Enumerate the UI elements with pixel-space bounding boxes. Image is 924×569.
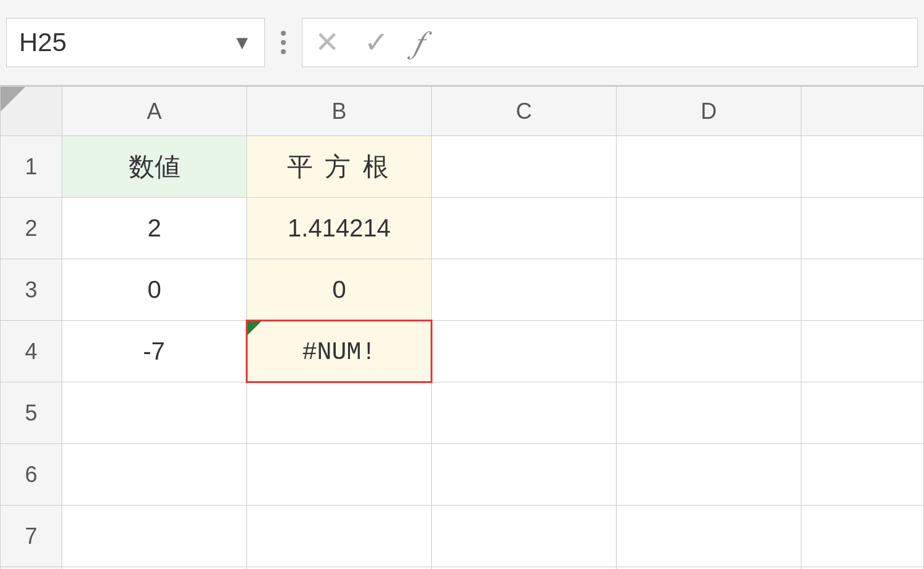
table-row: 5 [1,382,924,444]
confirm-formula-button[interactable]: ✓ [364,28,389,57]
cell-b7[interactable] [247,506,432,567]
column-header-a[interactable]: A [62,87,247,136]
column-header-d[interactable]: D [617,87,801,136]
cell-b4-selected[interactable]: #NUM! [247,321,432,382]
cell-c4[interactable] [432,321,617,382]
cell-c7[interactable] [432,506,617,567]
cell-extra-1[interactable] [801,136,924,198]
row-num-5: 5 [1,382,62,444]
formula-controls: ✕ ✓ 𝑓 [302,18,918,67]
column-header-c[interactable]: C [432,87,617,136]
cell-b6[interactable] [247,444,432,506]
cell-extra-4[interactable] [801,321,924,382]
table-row: 3 0 0 [1,259,924,321]
cell-c5[interactable] [432,382,617,444]
cell-c8[interactable] [432,567,617,570]
table-row: 2 2 1.414214 [1,198,924,259]
column-header-row: A B C D [1,87,924,136]
cell-extra-5[interactable] [801,382,924,444]
row-num-6: 6 [1,444,62,506]
row-num-1: 1 [1,136,62,198]
row-num-3: 3 [1,259,62,321]
cell-a3[interactable]: 0 [62,259,247,321]
num-error-value: #NUM! [302,339,376,366]
table-row: 7 [1,506,924,567]
cell-c2[interactable] [432,198,617,259]
cell-a4[interactable]: -7 [62,321,247,382]
row-num-7: 7 [1,506,62,567]
cell-d2[interactable] [617,198,801,259]
cell-b1[interactable]: 平 方 根 [247,136,432,198]
cell-d6[interactable] [617,444,801,506]
cell-d4[interactable] [617,321,801,382]
row-num-4: 4 [1,321,62,382]
sheet-table: A B C D 1 数値 平 方 根 2 2 1.414214 [0,86,924,569]
cell-d7[interactable] [617,506,801,567]
cell-extra-6[interactable] [801,444,924,506]
row-num-8: 8 [1,567,62,570]
cell-c6[interactable] [432,444,617,506]
column-header-extra [801,87,924,136]
cell-a1[interactable]: 数値 [62,136,247,198]
cell-b5[interactable] [247,382,432,444]
cell-c1[interactable] [432,136,617,198]
cell-reference-box[interactable]: H25 ▼ [6,18,265,67]
cell-c3[interactable] [432,259,617,321]
formula-bar-divider [265,31,302,54]
row-num-2: 2 [1,198,62,259]
cell-b3[interactable]: 0 [247,259,432,321]
cell-a5[interactable] [62,382,247,444]
cell-a8[interactable] [62,567,247,570]
cell-d5[interactable] [617,382,801,444]
cell-a6[interactable] [62,444,247,506]
cell-ref-dropdown-icon[interactable]: ▼ [232,31,252,54]
cell-a2[interactable]: 2 [62,198,247,259]
cell-b2[interactable]: 1.414214 [247,198,432,259]
corner-cell [1,87,62,136]
cell-extra-2[interactable] [801,198,924,259]
cell-extra-3[interactable] [801,259,924,321]
table-row: 4 -7 #NUM! [1,321,924,382]
cancel-formula-button[interactable]: ✕ [315,28,339,57]
table-row: 8 [1,567,924,570]
table-row: 1 数値 平 方 根 [1,136,924,198]
more-options-icon[interactable] [281,31,286,54]
cell-d8[interactable] [617,567,801,570]
cell-extra-7[interactable] [801,506,924,567]
cell-extra-8[interactable] [801,567,924,570]
cell-d3[interactable] [617,259,801,321]
cell-d1[interactable] [617,136,801,198]
cell-reference-text: H25 [19,28,226,57]
table-row: 6 [1,444,924,506]
column-header-b[interactable]: B [247,87,432,136]
cell-a7[interactable] [62,506,247,567]
insert-function-button[interactable]: 𝑓 [413,26,422,59]
cell-b8[interactable] [247,567,432,570]
formula-bar: H25 ▼ ✕ ✓ 𝑓 [0,0,924,86]
spreadsheet: A B C D 1 数値 平 方 根 2 2 1.414214 [0,86,924,569]
